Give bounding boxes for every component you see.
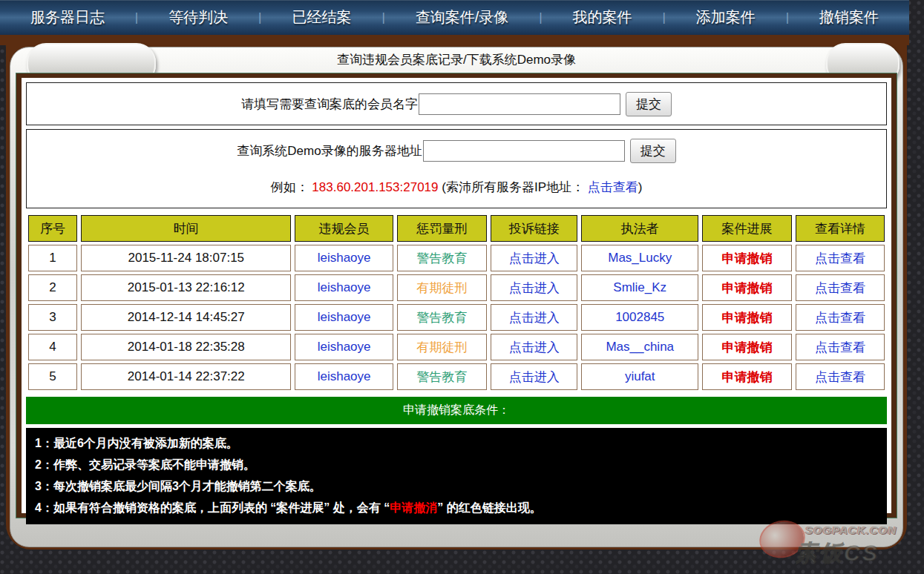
cell-penalty: 警告教育 xyxy=(397,245,487,271)
col-header-complaint: 投诉链接 xyxy=(491,215,578,242)
enforcer-link[interactable]: Mas__china xyxy=(606,340,674,354)
condition-4-suffix: ” 的红色链接出现。 xyxy=(437,501,541,514)
table-header-row: 序号 时间 违规会员 惩罚量刑 投诉链接 执法者 案件进展 查看详情 xyxy=(28,215,885,242)
nav-separator: | xyxy=(258,10,261,25)
view-detail-link[interactable]: 点击查看 xyxy=(815,311,865,325)
cell-no: 4 xyxy=(28,334,77,360)
apply-revoke-link[interactable]: 申请撤销 xyxy=(722,340,773,354)
nav-item-query-cases[interactable]: 查询案件/录像 xyxy=(416,7,509,27)
cell-enforcer: yiufat xyxy=(581,363,698,390)
nav-separator: | xyxy=(662,10,665,25)
cell-complaint: 点击进入 xyxy=(491,334,578,360)
demo-query-label: 查询系统Demo录像的服务器地址 xyxy=(237,144,422,158)
table-row: 1 2015-11-24 18:07:15 leishaoye 警告教育 点击进… xyxy=(28,245,885,271)
penalty-label: 有期徒刑 xyxy=(416,281,467,295)
cell-time: 2014-01-14 22:37:22 xyxy=(81,363,291,390)
case-records-table: 序号 时间 违规会员 惩罚量刑 投诉链接 执法者 案件进展 查看详情 1 201… xyxy=(24,212,888,393)
cell-time: 2015-11-24 18:07:15 xyxy=(81,245,291,271)
content-area: 请填写需要查询案底的会员名字提交 查询系统Demo录像的服务器地址提交 例如： … xyxy=(22,78,891,513)
demo-query-submit-button[interactable]: 提交 xyxy=(630,139,676,163)
cell-member: leishaoye xyxy=(295,363,393,390)
nav-item-add-case[interactable]: 添加案件 xyxy=(696,7,756,27)
enforcer-link[interactable]: 1002845 xyxy=(615,310,664,324)
cell-progress: 申请撤销 xyxy=(702,304,792,331)
cell-detail: 点击查看 xyxy=(796,245,885,271)
col-header-time: 时间 xyxy=(81,215,291,242)
cell-penalty: 有期徒刑 xyxy=(397,334,487,360)
enforcer-link[interactable]: yiufat xyxy=(625,369,655,383)
cell-enforcer: 1002845 xyxy=(581,304,698,331)
apply-revoke-link[interactable]: 申请撤销 xyxy=(722,281,773,295)
member-link[interactable]: leishaoye xyxy=(318,251,371,265)
condition-4-prefix: 4：如果有符合撤销资格的案底，上面列表的 “案件进展” 处，会有 “ xyxy=(35,501,390,514)
complaint-link[interactable]: 点击进入 xyxy=(509,311,560,325)
apply-revoke-link[interactable]: 申请撤销 xyxy=(722,311,773,325)
penalty-label: 警告教育 xyxy=(416,251,467,265)
cell-time: 2014-12-14 14:45:27 xyxy=(81,304,291,331)
nav-separator: | xyxy=(786,10,789,25)
nav-item-pending-judgment[interactable]: 等待判决 xyxy=(168,7,228,27)
cell-member: leishaoye xyxy=(295,274,393,301)
complaint-link[interactable]: 点击进入 xyxy=(509,370,560,384)
apply-revoke-link[interactable]: 申请撤销 xyxy=(722,370,773,384)
member-query-submit-button[interactable]: 提交 xyxy=(626,92,672,116)
view-all-servers-link[interactable]: 点击查看 xyxy=(588,180,638,194)
revoke-conditions-box: 1：最近6个月内没有被添加新的案底。 2：作弊、交易记录等案底不能申请撤销。 3… xyxy=(26,428,887,524)
complaint-link[interactable]: 点击进入 xyxy=(509,281,560,295)
cell-detail: 点击查看 xyxy=(796,274,885,301)
penalty-label: 警告教育 xyxy=(416,311,467,325)
view-detail-link[interactable]: 点击查看 xyxy=(815,340,865,354)
cell-penalty: 警告教育 xyxy=(397,363,487,390)
member-link[interactable]: leishaoye xyxy=(318,340,371,354)
penalty-label: 警告教育 xyxy=(416,370,467,384)
member-name-input[interactable] xyxy=(419,93,620,115)
complaint-link[interactable]: 点击进入 xyxy=(509,340,560,354)
cell-detail: 点击查看 xyxy=(796,363,885,390)
nav-separator: | xyxy=(539,10,542,25)
member-link[interactable]: leishaoye xyxy=(318,369,371,383)
member-query-box: 请填写需要查询案底的会员名字提交 xyxy=(26,82,887,125)
cell-complaint: 点击进入 xyxy=(491,245,578,271)
cell-enforcer: Mas__china xyxy=(581,334,698,360)
table-row: 5 2014-01-14 22:37:22 leishaoye 警告教育 点击进… xyxy=(28,363,885,390)
table-row: 3 2014-12-14 14:45:27 leishaoye 警告教育 点击进… xyxy=(28,304,885,331)
col-header-progress: 案件进展 xyxy=(702,215,792,242)
nav-item-revoke-case[interactable]: 撤销案件 xyxy=(819,7,879,27)
cell-member: leishaoye xyxy=(295,304,393,331)
complaint-link[interactable]: 点击进入 xyxy=(509,251,560,265)
cell-member: leishaoye xyxy=(295,245,393,271)
col-header-no: 序号 xyxy=(28,215,77,242)
cell-detail: 点击查看 xyxy=(796,304,885,331)
condition-line-4: 4：如果有符合撤销资格的案底，上面列表的 “案件进展” 处，会有 “申请撤消” … xyxy=(35,497,878,518)
example-ip-address: 183.60.201.153:27019 xyxy=(312,180,438,194)
condition-4-red-highlight: 申请撤消 xyxy=(390,501,437,514)
server-address-input[interactable] xyxy=(423,140,625,162)
member-link[interactable]: leishaoye xyxy=(318,280,371,294)
cell-penalty: 有期徒刑 xyxy=(397,274,487,301)
nav-item-closed-cases[interactable]: 已经结案 xyxy=(292,7,351,27)
view-detail-link[interactable]: 点击查看 xyxy=(815,370,865,384)
condition-line-2: 2：作弊、交易记录等案底不能申请撤销。 xyxy=(35,454,878,475)
cell-progress: 申请撤销 xyxy=(702,245,792,271)
cell-progress: 申请撤销 xyxy=(702,363,792,390)
enforcer-link[interactable]: Mas_Lucky xyxy=(608,251,672,265)
nav-item-server-log[interactable]: 服务器日志 xyxy=(30,7,105,27)
member-link[interactable]: leishaoye xyxy=(318,310,371,324)
enforcer-link[interactable]: Smlie_Kz xyxy=(613,280,666,294)
cell-complaint: 点击进入 xyxy=(491,274,578,301)
cell-progress: 申请撤销 xyxy=(702,334,792,360)
cell-enforcer: Mas_Lucky xyxy=(581,245,698,271)
cell-time: 2015-01-13 22:16:12 xyxy=(81,274,291,301)
content-mat: 请填写需要查询案底的会员名字提交 查询系统Demo录像的服务器地址提交 例如： … xyxy=(16,73,897,518)
apply-revoke-link[interactable]: 申请撤销 xyxy=(722,251,773,265)
view-detail-link[interactable]: 点击查看 xyxy=(815,281,865,295)
view-detail-link[interactable]: 点击查看 xyxy=(815,251,865,265)
cell-penalty: 警告教育 xyxy=(397,304,487,331)
condition-line-3: 3：每次撤销案底最少间隔3个月才能撤销第二个案底。 xyxy=(35,475,878,497)
table-row: 2 2015-01-13 22:16:12 leishaoye 有期徒刑 点击进… xyxy=(28,274,885,301)
col-header-detail: 查看详情 xyxy=(796,215,885,242)
top-navbar: 服务器日志 | 等待判决 | 已经结案 | 查询案件/录像 | 我的案件 | 添… xyxy=(0,0,909,35)
nav-item-my-cases[interactable]: 我的案件 xyxy=(573,7,632,27)
cell-no: 1 xyxy=(28,245,77,271)
example-middle-text: (索沛所有服务器IP地址： xyxy=(439,180,588,194)
